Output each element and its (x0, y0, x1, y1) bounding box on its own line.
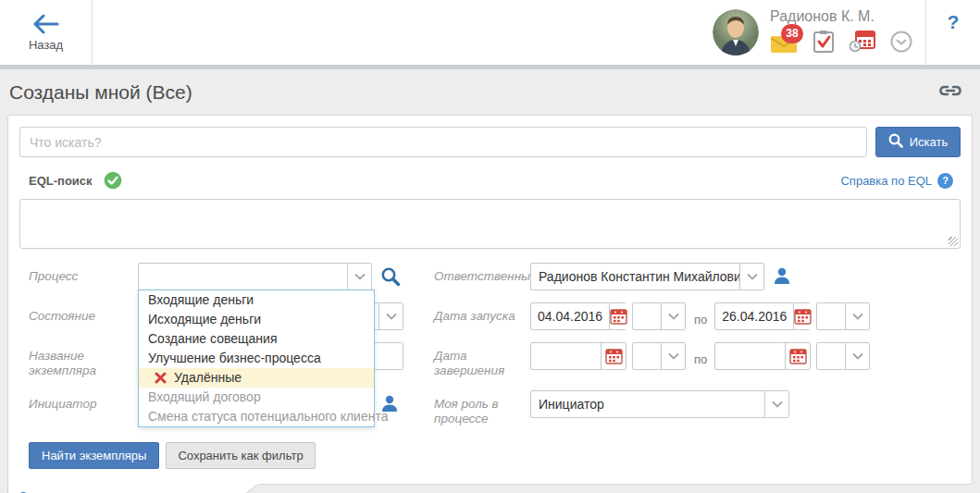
responsible-value: Радионов Константин Михайлович (Ди (531, 269, 739, 284)
help-icon[interactable]: ? (948, 11, 960, 33)
dropdown-item[interactable]: Входящие деньги (139, 290, 374, 310)
search-panel: Искать EQL-поиск Справка по EQL ? Процес… (7, 115, 973, 485)
dropdown-item[interactable]: Входящий договор (139, 388, 374, 407)
calendar-clock-icon[interactable] (850, 30, 875, 56)
dropdown-item-label: Удалённые (174, 371, 242, 385)
my-role-label: Моя роль в процессе (434, 390, 530, 426)
calendar-icon[interactable] (785, 343, 810, 369)
chevron-down-icon[interactable] (661, 303, 685, 329)
back-arrow-icon (32, 14, 60, 34)
search-input[interactable] (19, 127, 867, 157)
back-label: Назад (29, 38, 63, 52)
calendar-icon[interactable] (793, 303, 812, 329)
user-name[interactable]: Радионов К. М. (770, 8, 875, 25)
find-instances-button[interactable]: Найти экземпляры (29, 442, 159, 469)
eql-help-icon[interactable]: ? (937, 173, 953, 189)
end-time-from-select[interactable] (632, 342, 686, 370)
responsible-label: Ответственный (434, 263, 530, 284)
eql-query-textarea[interactable] (19, 199, 961, 249)
dropdown-item-deleted[interactable]: Удалённые (139, 368, 374, 388)
start-time-to-select[interactable] (816, 302, 870, 330)
responsible-user-picker-icon[interactable] (773, 266, 791, 289)
end-date-to-field[interactable] (714, 342, 811, 370)
process-combobox[interactable]: Входящие деньги Исходящие деньги Создани… (138, 263, 372, 290)
hide-search-fields-link[interactable]: Скрыть поля поиска (19, 489, 130, 493)
start-date-from-value: 04.04.2016 (531, 309, 609, 324)
start-date-to-field[interactable]: 26.04.2016 (714, 302, 811, 330)
state-label: Состояние (29, 302, 138, 324)
start-date-label: Дата запуска (434, 302, 530, 324)
instance-name-label: Название экземпляра (29, 342, 138, 378)
my-role-value: Инициатор (531, 397, 764, 412)
initiator-label: Инициатор (29, 390, 138, 412)
my-role-select[interactable]: Инициатор (530, 390, 789, 418)
chevron-down-icon[interactable] (347, 264, 371, 290)
dropdown-item[interactable]: Смена статуса потенциального клиента (139, 407, 374, 426)
start-time-from-select[interactable] (632, 302, 686, 330)
messages-button[interactable]: 38 (770, 33, 798, 54)
eql-label: EQL-поиск (29, 174, 93, 188)
process-dropdown-list: Входящие деньги Исходящие деньги Создани… (138, 290, 375, 427)
search-button-label: Искать (910, 135, 949, 149)
start-date-to-value: 26.04.2016 (715, 309, 793, 324)
chevron-down-icon[interactable] (739, 264, 763, 290)
chevron-down-icon[interactable] (661, 343, 685, 369)
end-date-from-field[interactable] (530, 342, 626, 370)
range-to-word: по (686, 346, 714, 366)
search-icon (888, 133, 903, 151)
chevron-down-icon[interactable] (845, 343, 869, 369)
link-chain-icon[interactable] (937, 82, 963, 103)
search-button[interactable]: Искать (875, 127, 961, 157)
end-time-to-select[interactable] (816, 342, 870, 370)
page-title: Созданы мной (Все) (9, 81, 192, 104)
range-to-word: по (686, 306, 714, 327)
dropdown-item[interactable]: Исходящие деньги (139, 310, 374, 329)
chevron-down-icon[interactable] (764, 391, 788, 417)
process-label: Процесс (29, 263, 138, 284)
eql-help-link[interactable]: Справка по EQL (840, 174, 932, 188)
save-as-filter-button[interactable]: Сохранить как фильтр (166, 442, 315, 469)
notification-badge: 38 (781, 24, 803, 43)
calendar-icon[interactable] (601, 343, 626, 369)
process-lookup-icon[interactable] (380, 266, 401, 290)
eql-valid-icon (104, 171, 122, 190)
calendar-icon[interactable] (609, 303, 627, 329)
resize-grip[interactable] (949, 237, 958, 246)
chevron-down-icon[interactable] (845, 303, 869, 329)
avatar[interactable] (713, 9, 759, 55)
dropdown-item[interactable]: Создание совещания (139, 329, 374, 349)
user-area: Радионов К. М. 38 (713, 0, 925, 65)
end-date-label: Дата завершения (434, 342, 530, 378)
delete-x-icon (155, 372, 167, 384)
tasks-clipboard-icon[interactable] (813, 30, 835, 57)
panel-bottom-tab: Скрыть поля поиска (7, 484, 267, 493)
chevron-down-icon[interactable] (378, 303, 403, 329)
responsible-combobox[interactable]: Радионов Константин Михайлович (Ди (530, 263, 764, 290)
top-bar: Назад Радионов К. М. (0, 0, 980, 69)
chevron-down-circle-icon[interactable] (890, 31, 912, 56)
dropdown-item[interactable]: Улучшение бизнес-процесса (139, 349, 374, 368)
back-button[interactable]: Назад (0, 0, 93, 65)
start-date-from-field[interactable]: 04.04.2016 (530, 302, 626, 330)
